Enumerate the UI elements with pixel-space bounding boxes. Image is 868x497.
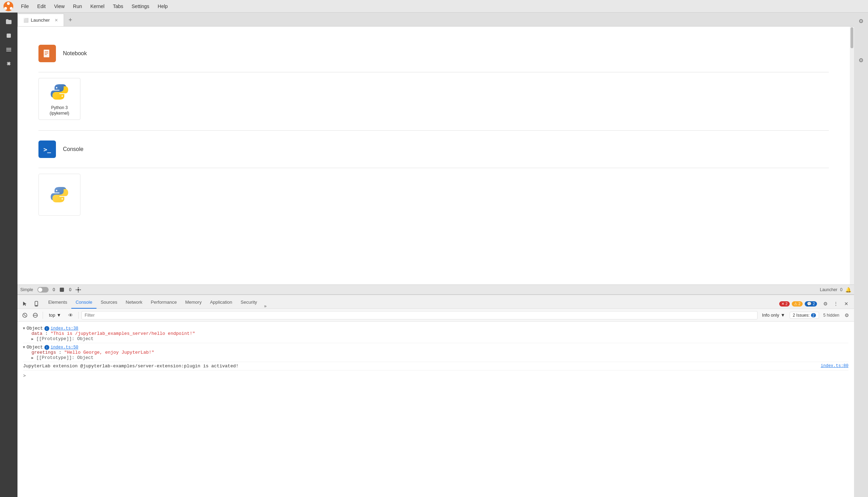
menu-tabs[interactable]: Tabs — [109, 2, 128, 10]
info-badge: 💬2 — [805, 301, 817, 307]
entry1-prop: data : "This is /jupyterlab_examples_ser… — [31, 331, 848, 336]
tab-application[interactable]: Application — [206, 296, 237, 309]
eye-icon[interactable]: 👁 — [66, 310, 76, 320]
tab-security[interactable]: Security — [236, 296, 261, 309]
devtools-settings-icon[interactable]: ⚙ — [820, 299, 830, 309]
svg-rect-7 — [6, 51, 11, 51]
status-bar: Simple 0 0 Launcher 0 🔔 — [17, 284, 854, 294]
svg-point-20 — [78, 291, 79, 292]
collapse-icon-1[interactable]: ▶ — [22, 327, 26, 329]
svg-line-26 — [24, 314, 26, 316]
simple-toggle[interactable] — [37, 287, 49, 293]
level-selector[interactable]: top ▼ — [46, 311, 64, 319]
tab-close-icon[interactable]: ✕ — [55, 18, 58, 23]
tab-console[interactable]: Console — [71, 296, 96, 309]
proto-collapse-2[interactable]: ▶ — [31, 356, 34, 360]
svg-point-14 — [62, 95, 63, 97]
console-prompt[interactable]: > — [23, 373, 848, 379]
svg-rect-5 — [6, 48, 11, 49]
svg-rect-8 — [43, 49, 50, 58]
menu-edit[interactable]: Edit — [33, 2, 50, 10]
proto-collapse-1[interactable]: ▶ — [31, 337, 34, 341]
console-block-icon[interactable] — [31, 311, 40, 320]
tab-elements[interactable]: Elements — [44, 296, 71, 309]
entry1-proto: ▶ [[Prototype]]: Object — [31, 336, 848, 341]
error-badge: ✕2 — [779, 301, 790, 307]
svg-point-22 — [80, 289, 81, 290]
status-num2: 0 — [69, 287, 71, 292]
devtools-more-icon[interactable]: ⋮ — [831, 299, 841, 309]
devtools-close-icon[interactable]: ✕ — [841, 299, 851, 309]
status-num1: 0 — [53, 287, 55, 292]
launcher-scrollbar[interactable] — [850, 27, 854, 284]
notebook-icon — [38, 45, 56, 62]
svg-point-18 — [77, 289, 79, 291]
notebook-label[interactable]: Notebook — [63, 50, 87, 57]
bell-icon[interactable]: 🔔 — [845, 287, 851, 293]
console-entry-2: ▶ Object i index.ts:50 greetings : "Hell… — [23, 343, 848, 362]
entry2-proto: ▶ [[Prototype]]: Object — [31, 355, 848, 360]
python3-console-item[interactable]: Python 3 (ipykernel) — [38, 78, 80, 120]
python3-item-label: Python 3 (ipykernel) — [50, 105, 69, 116]
python3-item-2[interactable] — [38, 174, 80, 216]
launcher-content: Notebook — [17, 27, 850, 284]
svg-rect-24 — [36, 305, 37, 306]
right-settings-bottom-icon[interactable]: ⚙ — [855, 55, 867, 66]
tab-more[interactable]: » — [261, 303, 269, 309]
svg-point-1 — [7, 2, 10, 5]
console-entry-3: JupyterLab extension @jupyterlab-example… — [23, 362, 848, 370]
sidebar-icon-list[interactable] — [2, 43, 15, 56]
tab-network[interactable]: Network — [122, 296, 147, 309]
launcher-tab[interactable]: ⬜ Launcher ✕ — [17, 14, 64, 26]
sidebar-icon-stop[interactable] — [2, 29, 15, 42]
menu-help[interactable]: Help — [153, 2, 172, 10]
tab-icon: ⬜ — [23, 18, 29, 23]
svg-rect-6 — [6, 49, 11, 50]
devtools-mobile-icon[interactable] — [31, 299, 41, 309]
file-ref-1[interactable]: index.ts:38 — [51, 326, 78, 331]
svg-rect-4 — [7, 34, 11, 38]
jupyter-logo — [3, 1, 14, 12]
devtools-panel: Elements Console Sources Network Perform… — [17, 294, 854, 497]
svg-point-15 — [56, 190, 57, 191]
tab-sources[interactable]: Sources — [96, 296, 122, 309]
sidebar-icon-puzzle[interactable] — [2, 57, 15, 70]
entry2-prop: greetings : "Hello George, enjoy Jupyter… — [31, 350, 848, 355]
svg-point-16 — [62, 198, 63, 200]
file-ref-2[interactable]: index.ts:50 — [51, 345, 78, 350]
svg-rect-17 — [60, 288, 64, 292]
menu-kernel[interactable]: Kernel — [86, 2, 108, 10]
devtools-select-icon[interactable] — [20, 299, 30, 309]
console-output: ▶ Object i index.ts:38 data : "This is /… — [17, 322, 854, 497]
menu-settings[interactable]: Settings — [128, 2, 154, 10]
info-badge-1: i — [44, 326, 49, 331]
collapse-icon-2[interactable]: ▶ — [22, 346, 26, 348]
tab-performance[interactable]: Performance — [146, 296, 181, 309]
status-settings-icon[interactable] — [76, 287, 81, 293]
right-settings-top-icon[interactable]: ⚙ — [855, 15, 867, 27]
sidebar-icon-folder[interactable] — [2, 15, 15, 28]
tab-label: Launcher — [31, 17, 50, 23]
console-clear-icon[interactable] — [20, 311, 29, 320]
issues-button[interactable]: 2 Issues: 2 — [790, 312, 819, 319]
svg-point-13 — [56, 87, 57, 88]
menu-run[interactable]: Run — [69, 2, 86, 10]
svg-point-19 — [78, 287, 79, 288]
console-settings-icon[interactable]: ⚙ — [842, 311, 851, 320]
info-only-button[interactable]: Info only ▼ — [759, 311, 788, 319]
console-label[interactable]: Console — [63, 146, 84, 152]
warning-badge: ⚠2 — [792, 301, 803, 307]
console-entry-1: ▶ Object i index.ts:38 data : "This is /… — [23, 324, 848, 343]
status-launcher-label: Launcher — [820, 287, 837, 292]
hidden-count: 5 hidden — [823, 313, 839, 318]
console-icon: >_ — [38, 141, 56, 158]
filter-input[interactable] — [81, 311, 758, 319]
kernel-status-icon — [59, 287, 65, 293]
menu-file[interactable]: File — [17, 2, 33, 10]
tab-add-button[interactable]: + — [64, 14, 77, 26]
menu-view[interactable]: View — [50, 2, 69, 10]
simple-label: Simple — [20, 287, 33, 292]
file-ref-3[interactable]: index.ts:80 — [821, 363, 848, 368]
tab-memory[interactable]: Memory — [181, 296, 206, 309]
info-badge-2: i — [44, 345, 49, 350]
